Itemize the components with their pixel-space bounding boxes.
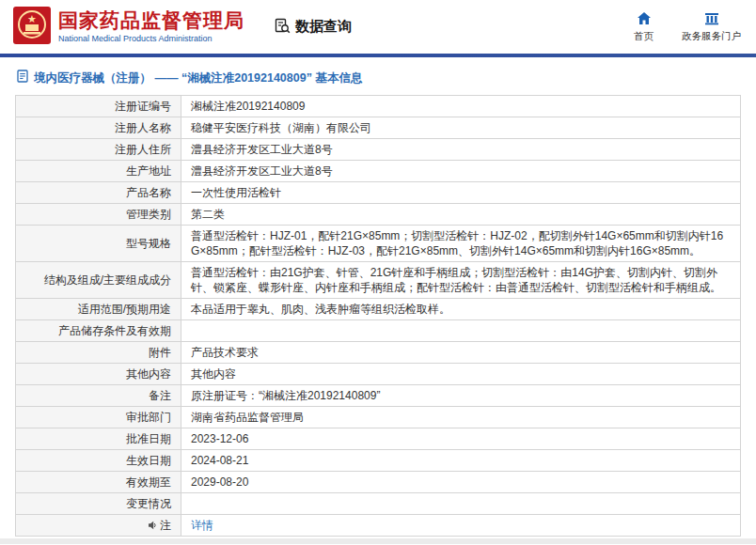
- table-row: 生产地址澧县经济开发区工业大道8号: [16, 161, 741, 182]
- table-row: 生效日期2024-08-21: [16, 450, 741, 472]
- table-row: 适用范围/预期用途本品适用于睾丸、肌肉、浅表肿瘤等组织活检取样。: [16, 299, 741, 320]
- data-query-icon: [275, 18, 291, 37]
- row-label: 结构及组成/主要组成成分: [16, 262, 181, 299]
- row-value: 产品技术要求: [181, 342, 741, 364]
- table-row: 变更情况: [16, 493, 741, 515]
- row-value: [181, 320, 741, 342]
- detail-link[interactable]: 详情: [191, 519, 213, 532]
- row-label: 注册人住所: [16, 139, 181, 161]
- info-table: 注册证编号湘械注准20192140809注册人名称稳健平安医疗科技（湖南）有限公…: [15, 95, 741, 537]
- row-value: 澧县经济开发区工业大道8号: [181, 161, 741, 182]
- document-icon: [17, 70, 28, 86]
- nav-item-label: 政务服务门户: [682, 30, 741, 43]
- info-table-body: 注册证编号湘械注准20192140809注册人名称稳健平安医疗科技（湖南）有限公…: [16, 96, 741, 537]
- breadcrumb: 境内医疗器械（注册） —— “湘械注准20192140809” 基本信息: [17, 70, 756, 86]
- row-label: 注册人名称: [16, 117, 181, 139]
- row-value: 湖南省药品监督管理局: [181, 407, 741, 428]
- table-row: 批准日期2023-12-06: [16, 428, 741, 450]
- table-row: 其他内容其他内容: [16, 364, 741, 385]
- note-icon: [148, 519, 160, 532]
- row-label: 注: [16, 515, 181, 537]
- table-row: 注详情: [16, 515, 741, 537]
- row-value: 稳健平安医疗科技（湖南）有限公司: [181, 117, 741, 139]
- svg-text:★: ★: [27, 13, 37, 24]
- header-nav: 首页 政务服务门户: [634, 11, 741, 43]
- national-emblem-icon: ★: [13, 7, 51, 48]
- table-row: 审批部门湖南省药品监督管理局: [16, 407, 741, 428]
- home-icon: [637, 11, 652, 27]
- row-label: 产品储存条件及有效期: [16, 320, 181, 342]
- row-value: 湘械注准20192140809: [181, 96, 741, 117]
- row-label: 变更情况: [16, 493, 181, 515]
- row-value: 普通型活检针：由21G护套、针管、21G针座和手柄组成；切割型活检针：由14G护…: [181, 262, 741, 299]
- table-row: 产品储存条件及有效期: [16, 320, 741, 342]
- row-value: 原注册证号：“湘械注准20192140809”: [181, 385, 741, 407]
- row-value: 澧县经济开发区工业大道8号: [181, 139, 741, 161]
- table-row: 附件产品技术要求: [16, 342, 741, 364]
- row-label: 附件: [16, 342, 181, 364]
- agency-name-cn: 国家药品监督管理局: [58, 9, 244, 32]
- data-query-section[interactable]: 数据查询: [275, 18, 352, 37]
- nav-item-home[interactable]: 首页: [634, 11, 654, 43]
- nav-item-label: 首页: [634, 30, 654, 43]
- nav-item-portal[interactable]: 政务服务门户: [682, 11, 741, 43]
- row-label: 批准日期: [16, 428, 181, 450]
- row-value: [181, 493, 741, 515]
- row-label: 管理类别: [16, 204, 181, 226]
- table-wrap: 注册证编号湘械注准20192140809注册人名称稳健平安医疗科技（湖南）有限公…: [0, 95, 756, 537]
- table-row: 注册人住所澧县经济开发区工业大道8号: [16, 139, 741, 161]
- table-row: 管理类别第二类: [16, 204, 741, 226]
- header-divider: [0, 54, 756, 57]
- data-query-label: 数据查询: [295, 18, 352, 36]
- portal-icon: [704, 11, 719, 27]
- row-value: 第二类: [181, 204, 741, 226]
- row-label: 产品名称: [16, 182, 181, 204]
- footer-strip: [0, 538, 756, 544]
- row-value: 2024-08-21: [181, 450, 741, 472]
- row-label: 生产地址: [16, 161, 181, 182]
- page-title: 境内医疗器械（注册） —— “湘械注准20192140809” 基本信息: [34, 70, 362, 86]
- row-value: 2029-08-20: [181, 472, 741, 493]
- table-row: 型号规格普通型活检针：HJZ-01，配针21G×85mm；切割型活检针：HJZ-…: [16, 226, 741, 262]
- table-row: 结构及组成/主要组成成分普通型活检针：由21G护套、针管、21G针座和手柄组成；…: [16, 262, 741, 299]
- row-value: 其他内容: [181, 364, 741, 385]
- row-value: 本品适用于睾丸、肌肉、浅表肿瘤等组织活检取样。: [181, 299, 741, 320]
- table-row: 注册证编号湘械注准20192140809: [16, 96, 741, 117]
- row-value: 一次性使用活检针: [181, 182, 741, 204]
- table-row: 产品名称一次性使用活检针: [16, 182, 741, 204]
- header: ★ 国家药品监督管理局 National Medical Products Ad…: [0, 0, 756, 54]
- table-row: 备注原注册证号：“湘械注准20192140809”: [16, 385, 741, 407]
- agency-name-en: National Medical Products Administration: [58, 34, 244, 43]
- row-label: 备注: [16, 385, 181, 407]
- row-label: 审批部门: [16, 407, 181, 428]
- row-value: 普通型活检针：HJZ-01，配针21G×85mm；切割型活检针：HJZ-02，配…: [181, 226, 741, 262]
- row-label: 型号规格: [16, 226, 181, 262]
- row-value: 2023-12-06: [181, 428, 741, 450]
- row-label: 其他内容: [16, 364, 181, 385]
- row-value: 详情: [181, 515, 741, 537]
- table-row: 有效期至2029-08-20: [16, 472, 741, 493]
- row-label: 适用范围/预期用途: [16, 299, 181, 320]
- row-label: 有效期至: [16, 472, 181, 493]
- row-label: 生效日期: [16, 450, 181, 472]
- table-row: 注册人名称稳健平安医疗科技（湖南）有限公司: [16, 117, 741, 139]
- agency-logo: ★ 国家药品监督管理局 National Medical Products Ad…: [13, 7, 244, 48]
- row-label: 注册证编号: [16, 96, 181, 117]
